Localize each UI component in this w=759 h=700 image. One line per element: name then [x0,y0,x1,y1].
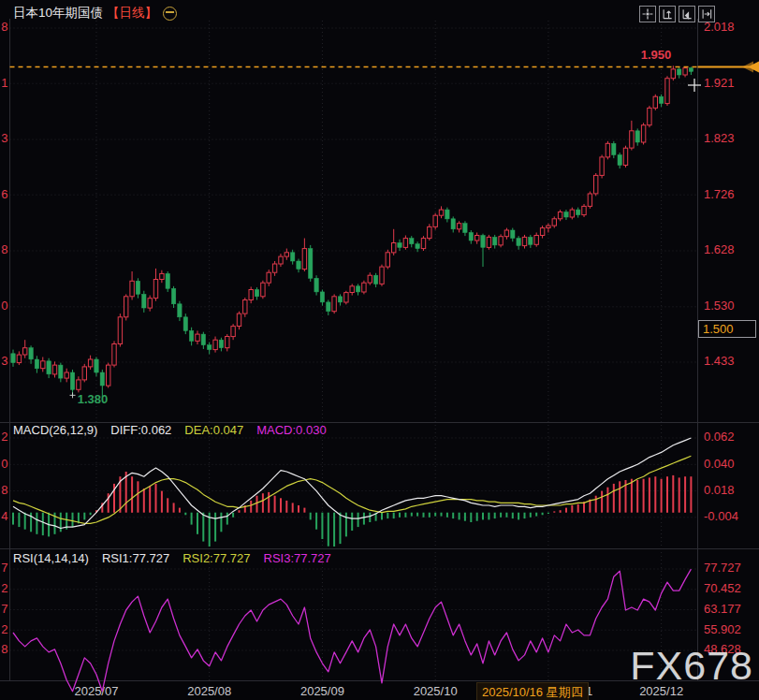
rsi3-value: RSI3:77.727 [264,551,331,565]
x-axis-label: 2025/10 [414,684,458,698]
go-to-latest-icon [700,7,713,21]
pan-icon [641,7,654,21]
fx678-watermark: FX678 [630,646,753,686]
svg-text:0.018: 0.018 [704,483,735,497]
svg-text:0.062: 0.062 [704,430,735,444]
candles-layer [11,66,693,397]
svg-text:3: 3 [1,354,7,368]
instrument-title: 日本10年期国债 [13,5,103,22]
pane-borders [0,19,759,680]
rsi1-value: RSI1:77.727 [102,551,169,565]
svg-text:77.727: 77.727 [704,561,741,575]
rsi-indicator-label[interactable]: RSI(14,14,14) [13,551,89,565]
period-tag: 【日线】 [107,5,157,22]
x-axis-label: 2025/08 [187,684,231,698]
macd-dea-line [13,456,691,523]
price-scale-icon [661,7,674,21]
svg-text:0.040: 0.040 [704,457,735,471]
chart-window: 2.01881.92111.82331.72661.62881.53001.43… [0,0,759,700]
svg-text:3: 3 [1,131,7,145]
chart-toolbar [639,6,715,22]
svg-text:1.433: 1.433 [704,354,735,368]
svg-text:8: 8 [1,483,7,497]
crosshair-cursor [688,79,701,92]
svg-text:1.628: 1.628 [704,242,735,256]
macd-pane-header: MACD(26,12,9) DIFF:0.062 DEA:0.047 MACD:… [13,423,327,437]
price-alert-line[interactable] [10,61,759,72]
svg-text:4: 4 [1,509,7,523]
macd-macd-value: MACD:0.030 [256,423,326,437]
chart-canvas[interactable]: 2.01881.92111.82331.72661.62881.53001.43… [0,0,759,700]
price-scale-button[interactable] [659,6,676,22]
svg-text:2: 2 [1,581,7,595]
alert-price-tag[interactable]: 1.500 [698,320,756,338]
svg-text:1.921: 1.921 [704,76,735,90]
high-price-annotation: 1.950 [634,48,679,62]
macd-diff-line [13,438,691,529]
svg-text:6: 6 [1,187,7,201]
svg-text:8: 8 [1,20,7,34]
auto-scale-button[interactable] [679,6,695,22]
svg-text:1.726: 1.726 [704,187,735,201]
macd-gridlines: 0.06220.04000.0188-0.0044 [1,430,738,523]
svg-text:2: 2 [1,430,7,444]
svg-text:-0.004: -0.004 [704,509,738,523]
macd-dea-value: DEA:0.047 [184,423,243,437]
macd-indicator-label[interactable]: MACD(26,12,9) [13,423,97,437]
low-price-annotation: 1.380 [70,392,115,406]
price-line-marker [742,61,759,72]
macd-histogram [12,472,692,547]
svg-text:7: 7 [1,602,7,616]
crosshair-date-tooltip: 2025/10/16 星期四 [476,682,589,700]
svg-text:0: 0 [1,299,7,313]
macd-diff-value: DIFF:0.062 [110,423,171,437]
collapse-icon[interactable] [163,7,177,21]
rsi-line [13,569,691,692]
x-axis-label: 2025/09 [300,684,344,698]
svg-text:8: 8 [1,242,7,256]
svg-text:70.452: 70.452 [704,581,741,595]
price-gridlines: 2.01881.92111.82331.72661.62881.53001.43… [1,20,734,368]
rsi-pane-header: RSI(14,14,14) RSI1:77.727 RSI2:77.727 RS… [13,551,331,565]
chart-title-bar: 日本10年期国债 【日线】 [13,5,177,22]
svg-text:2: 2 [1,622,7,636]
auto-scale-icon [680,7,693,21]
svg-text:55.902: 55.902 [704,622,741,636]
x-axis-label: 2025/07 [74,684,118,698]
pan-button[interactable] [639,6,656,22]
rsi2-value: RSI2:77.727 [182,551,250,565]
svg-text:1.823: 1.823 [704,131,735,145]
month-gridlines [96,21,662,680]
svg-text:1.530: 1.530 [704,299,735,313]
go-to-latest-button[interactable] [698,6,715,22]
svg-text:7: 7 [1,561,7,575]
svg-text:1: 1 [1,76,7,90]
svg-text:63.177: 63.177 [704,602,741,616]
svg-text:8: 8 [1,642,7,656]
svg-text:0: 0 [1,457,7,471]
